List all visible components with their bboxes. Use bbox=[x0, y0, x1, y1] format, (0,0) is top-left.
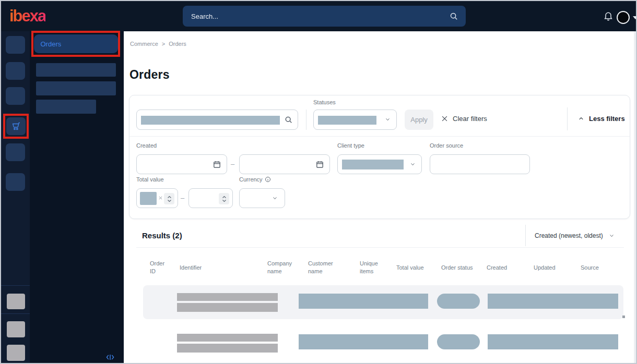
nav-item-placeholder[interactable] bbox=[6, 173, 25, 191]
global-search-input[interactable] bbox=[190, 12, 450, 21]
nav-item-commerce[interactable] bbox=[6, 117, 26, 135]
chevron-down-icon bbox=[409, 162, 416, 167]
statuses-dropdown[interactable] bbox=[313, 110, 397, 130]
global-search[interactable] bbox=[183, 6, 466, 27]
chevron-up-icon bbox=[577, 116, 585, 122]
created-to-input[interactable] bbox=[239, 154, 330, 174]
calendar-icon[interactable] bbox=[213, 160, 221, 169]
caret-down-icon[interactable] bbox=[633, 16, 637, 19]
breadcrumb-commerce[interactable]: Commerce bbox=[130, 41, 158, 47]
total-value-max-input[interactable] bbox=[188, 188, 233, 208]
breadcrumb-separator: > bbox=[162, 41, 165, 47]
notification-bell-icon[interactable] bbox=[603, 10, 614, 22]
statuses-label: Statuses bbox=[313, 99, 336, 105]
filter-divider bbox=[306, 110, 306, 130]
rail-divider bbox=[1, 313, 30, 314]
column-header-identifier: Identifier bbox=[180, 259, 221, 276]
redacted-identifier-cell bbox=[177, 303, 278, 312]
nav-item-placeholder[interactable] bbox=[6, 62, 25, 80]
calendar-icon[interactable] bbox=[315, 160, 324, 169]
sidebar-item-placeholder[interactable] bbox=[36, 63, 116, 77]
currency-label: Currency bbox=[239, 176, 263, 183]
search-icon[interactable] bbox=[450, 12, 458, 21]
column-header-created: Created bbox=[487, 259, 515, 276]
sidebar-item-placeholder[interactable] bbox=[36, 100, 96, 114]
less-filters-button[interactable]: Less filters bbox=[577, 115, 625, 123]
redacted-value-chip bbox=[140, 192, 157, 205]
redacted-customer-cell bbox=[299, 334, 428, 349]
chevron-down-icon bbox=[608, 233, 615, 238]
order-source-input[interactable] bbox=[430, 154, 530, 174]
scrollbar-thumb[interactable] bbox=[622, 316, 625, 318]
redacted-dates-cell bbox=[488, 294, 618, 309]
column-header-customer: Customer name bbox=[308, 259, 339, 276]
order-status-badge bbox=[437, 294, 480, 309]
less-filters-label: Less filters bbox=[589, 115, 625, 123]
search-icon[interactable] bbox=[285, 116, 293, 124]
main-content: Commerce > Orders Orders Statuses Ap bbox=[124, 31, 637, 364]
currency-dropdown[interactable] bbox=[239, 188, 285, 208]
sort-divider bbox=[525, 225, 526, 246]
filter-row-divider bbox=[129, 136, 630, 137]
chevron-down-icon bbox=[384, 117, 391, 122]
breadcrumb: Commerce > Orders bbox=[130, 41, 186, 47]
sidebar-item-placeholder[interactable] bbox=[36, 81, 116, 95]
order-search-input[interactable] bbox=[136, 110, 298, 130]
cart-icon bbox=[10, 121, 21, 131]
sidebar-collapse-button[interactable] bbox=[105, 353, 115, 361]
sort-selected-label: Created (newest, oldest) bbox=[535, 232, 603, 239]
client-type-dropdown[interactable] bbox=[337, 154, 422, 174]
total-value-min-input[interactable] bbox=[136, 188, 178, 208]
column-header-total-value: Total value bbox=[396, 259, 434, 276]
nav-item-placeholder[interactable] bbox=[6, 87, 25, 105]
number-stepper[interactable] bbox=[164, 193, 174, 204]
redacted-customer-cell bbox=[299, 294, 428, 309]
secondary-sidebar: Orders bbox=[30, 31, 124, 364]
nav-item-placeholder-bottom[interactable] bbox=[7, 321, 25, 337]
annotation-highlight-commerce-icon bbox=[3, 114, 29, 139]
redacted-search-value bbox=[141, 116, 280, 125]
created-label: Created bbox=[136, 142, 157, 149]
clear-chip-x-icon[interactable] bbox=[158, 196, 163, 200]
nav-item-placeholder[interactable] bbox=[6, 143, 25, 161]
range-separator: – bbox=[181, 194, 184, 202]
filter-divider bbox=[567, 107, 568, 130]
apply-button[interactable]: Apply bbox=[405, 110, 433, 130]
nav-item-placeholder-bottom[interactable] bbox=[7, 294, 25, 309]
user-avatar[interactable] bbox=[617, 11, 630, 24]
nav-item-placeholder[interactable] bbox=[6, 36, 25, 54]
redacted-client-type-value bbox=[342, 160, 404, 169]
rail-divider bbox=[1, 285, 30, 286]
chevron-down-icon bbox=[272, 196, 278, 201]
sidebar-item-label: Orders bbox=[41, 40, 62, 48]
clear-filters-label: Clear filters bbox=[453, 115, 487, 123]
order-source-label: Order source bbox=[430, 142, 463, 149]
total-value-label: Total value bbox=[136, 176, 164, 183]
page-title: Orders bbox=[129, 68, 170, 82]
screenshot-frame: ibexa bbox=[0, 0, 637, 364]
column-header-company: Company name bbox=[267, 259, 298, 276]
table-row[interactable] bbox=[143, 285, 623, 319]
breadcrumb-orders: Orders bbox=[169, 41, 186, 47]
filters-panel: Statuses Apply Clear filters Less filte bbox=[129, 95, 630, 219]
number-stepper[interactable] bbox=[219, 193, 229, 204]
column-header-order-id: Order ID bbox=[150, 259, 172, 276]
nav-item-placeholder-bottom[interactable] bbox=[7, 345, 25, 361]
sort-dropdown[interactable]: Created (newest, oldest) bbox=[535, 232, 615, 239]
table-row[interactable] bbox=[143, 326, 623, 360]
ibexa-logo: ibexa bbox=[9, 7, 45, 26]
redacted-identifier-cell bbox=[177, 334, 278, 342]
clear-filters-button[interactable]: Clear filters bbox=[441, 115, 487, 123]
redacted-identifier-cell bbox=[177, 344, 278, 353]
results-divider bbox=[136, 247, 624, 248]
range-separator: – bbox=[231, 160, 234, 168]
column-header-unique-items: Unique items bbox=[360, 259, 383, 276]
redacted-statuses-value bbox=[318, 116, 376, 125]
redacted-identifier-cell bbox=[177, 293, 278, 301]
info-icon[interactable] bbox=[265, 176, 271, 183]
created-from-input[interactable] bbox=[136, 154, 227, 174]
order-status-badge bbox=[437, 334, 480, 349]
scrollbar-track[interactable] bbox=[634, 31, 637, 364]
sidebar-item-orders[interactable]: Orders bbox=[34, 34, 118, 53]
currency-label-row: Currency bbox=[239, 176, 271, 183]
